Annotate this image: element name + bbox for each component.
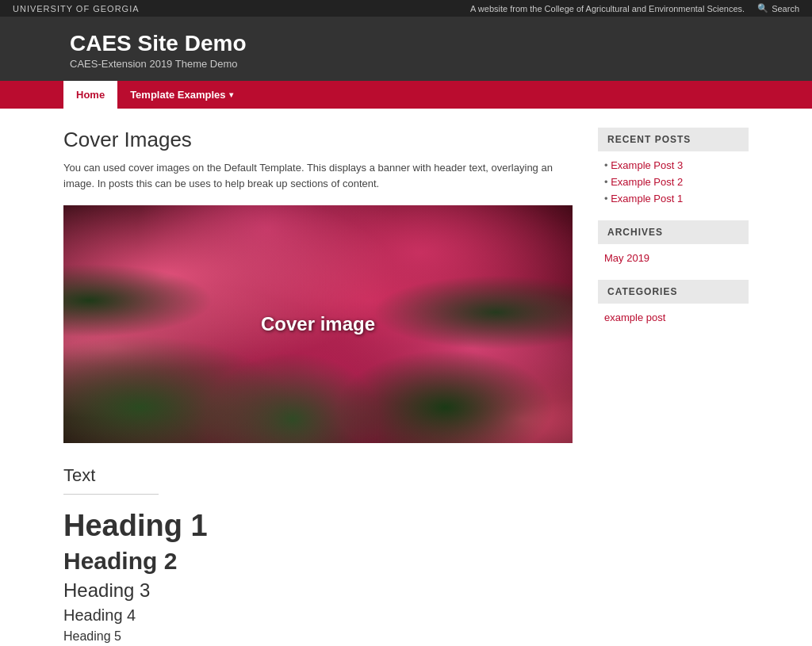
search-label: Search — [772, 4, 799, 13]
site-header: CAES Site Demo CAES-Extension 2019 Theme… — [0, 17, 812, 81]
recent-posts-list: Example Post 3 Example Post 2 Example Po… — [598, 159, 749, 205]
recent-posts-title: Recent Posts — [598, 128, 749, 151]
site-title: CAES Site Demo — [70, 31, 799, 56]
search-icon: 🔍 — [757, 3, 768, 13]
heading-3-demo: Heading 3 — [63, 579, 573, 602]
may-2019-link[interactable]: May 2019 — [604, 252, 649, 264]
text-section-heading: Text — [63, 465, 573, 486]
page-wrapper: Cover Images You can used cover images o… — [0, 109, 812, 646]
page-title: Cover Images — [63, 128, 573, 152]
site-subtitle: CAES-Extension 2019 Theme Demo — [70, 58, 799, 70]
archives-title: Archives — [598, 220, 749, 244]
uga-logo: UNIVERSITY OF GEORGIA — [13, 4, 140, 13]
heading-1-demo: Heading 1 — [63, 509, 573, 543]
recent-post-1-link[interactable]: Example Post 1 — [611, 193, 683, 205]
cover-image-block: Cover image — [63, 205, 573, 443]
categories-title: Categories — [598, 280, 749, 304]
sidebar-widget-categories: Categories example post — [598, 280, 749, 323]
page-description: You can used cover images on the Default… — [63, 160, 573, 191]
nav-home-label: Home — [76, 89, 105, 101]
chevron-down-icon: ▾ — [229, 90, 233, 99]
list-item: Example Post 3 — [604, 159, 742, 171]
example-post-category-link[interactable]: example post — [604, 312, 665, 323]
main-nav: Home Template Examples ▾ — [0, 81, 812, 109]
recent-post-2-link[interactable]: Example Post 2 — [611, 176, 683, 188]
sidebar: Recent Posts Example Post 3 Example Post… — [598, 128, 749, 646]
heading-5-demo: Heading 5 — [63, 629, 573, 644]
top-right: A website from the College of Agricultur… — [470, 3, 799, 13]
recent-post-3-link[interactable]: Example Post 3 — [611, 159, 683, 171]
categories-link: example post — [598, 312, 749, 323]
main-content: Cover Images You can used cover images o… — [63, 128, 573, 646]
college-tagline: A website from the College of Agricultur… — [470, 4, 745, 13]
heading-4-demo: Heading 4 — [63, 606, 573, 625]
section-divider — [63, 494, 159, 495]
nav-templates-label: Template Examples — [130, 89, 225, 101]
nav-item-template-examples[interactable]: Template Examples ▾ — [117, 81, 245, 109]
cover-image-text: Cover image — [261, 313, 375, 335]
heading-2-demo: Heading 2 — [63, 548, 573, 575]
top-bar: UNIVERSITY OF GEORGIA A website from the… — [0, 0, 812, 17]
nav-item-home[interactable]: Home — [63, 81, 117, 109]
archives-link: May 2019 — [598, 252, 749, 264]
sidebar-widget-recent-posts: Recent Posts Example Post 3 Example Post… — [598, 128, 749, 205]
list-item: Example Post 1 — [604, 193, 742, 205]
list-item: Example Post 2 — [604, 176, 742, 188]
sidebar-widget-archives: Archives May 2019 — [598, 220, 749, 264]
search-button[interactable]: 🔍 Search — [757, 3, 799, 13]
